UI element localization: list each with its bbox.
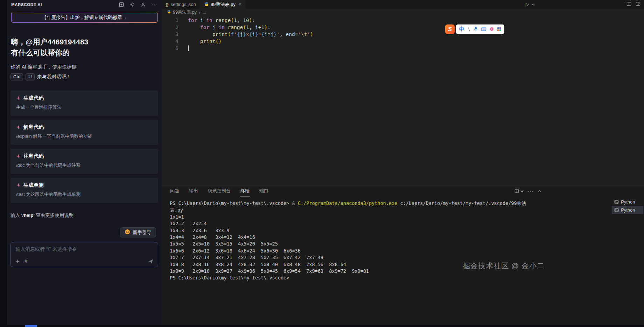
editor-tabbar: {} settings.json 99乘法表.py × xyxy=(162,0,644,9)
help-hint: 输入 '/help' 查看更多使用说明 xyxy=(10,212,158,219)
marscode-spark-icon xyxy=(16,154,21,158)
ime-chinese-mode-icon[interactable]: 中 xyxy=(459,26,464,33)
settings-gear-icon[interactable] xyxy=(130,2,135,7)
annual-report-banner[interactable]: 【年度报告】出炉，解锁专属代码徽章→ xyxy=(11,12,158,23)
ime-punctuation-icon[interactable]: ’, xyxy=(468,27,470,32)
ime-tools-icon[interactable] xyxy=(490,26,494,33)
line-number: 5 xyxy=(162,45,178,52)
breadcrumb-more[interactable]: ... xyxy=(202,10,206,15)
breadcrumb-file[interactable]: 99乘法表.py xyxy=(173,9,197,15)
terminal-line: 1x2=2 2x2=4 xyxy=(170,220,611,227)
tab-label: settings.json xyxy=(171,2,196,7)
shortcut-suffix: 来与我对话吧！ xyxy=(37,74,71,80)
tab-label: 99乘法表.py xyxy=(211,1,236,8)
panel-tab-debug-console[interactable]: 调试控制台 xyxy=(208,185,231,197)
u-keycap: U xyxy=(26,73,34,80)
terminal-line: 1x9=9 2x9=18 3x9=27 4x9=36 5x9=45 6x9=54… xyxy=(170,268,611,275)
line-number: 2 xyxy=(162,24,178,31)
vscode-window: MARSCODE AI · xyxy=(0,0,644,327)
chat-input-box[interactable]: 输入消息或者 “/” 来选择指令 # xyxy=(10,242,158,267)
activity-bar[interactable] xyxy=(0,0,7,325)
marscode-spark-icon xyxy=(16,96,21,100)
sogou-logo-icon[interactable]: S xyxy=(445,24,455,34)
quick-action-cards: 生成代码 生成一个冒泡排序算法 解释代码 /explain 解释一下当前选中函数… xyxy=(10,91,158,203)
marscode-sidebar: MARSCODE AI · xyxy=(7,0,162,325)
greeting-line1: 嗨，@用户4469194483 xyxy=(11,36,158,47)
panel-tab-problems[interactable]: 问题 xyxy=(170,185,179,197)
terminal-output[interactable]: PS C:\Users\Dario\my-test\my-test\.vscod… xyxy=(170,200,611,324)
card-desc: /doc 为当前选中的代码生成注释 xyxy=(16,162,153,169)
code-line[interactable]: 4 print() xyxy=(162,38,644,45)
terminal-list-item-selected[interactable]: Python xyxy=(612,206,643,214)
code-line[interactable]: 2 for j in range(1, i+1): xyxy=(162,24,644,31)
more-actions-icon[interactable]: ··· xyxy=(152,2,158,7)
line-number: 4 xyxy=(162,38,178,45)
keyboard-icon[interactable] xyxy=(481,26,486,33)
terminal-profile-chevron-icon[interactable] xyxy=(520,189,523,192)
guide-button-label: 新手引导 xyxy=(133,229,152,236)
tab-99-multiplication-py[interactable]: 99乘法表.py × xyxy=(200,0,245,9)
panel-actions: ··· xyxy=(514,185,541,197)
marscode-spark-icon xyxy=(16,183,21,187)
new-chat-icon[interactable] xyxy=(119,2,124,7)
panel-tab-terminal[interactable]: 终端 xyxy=(240,185,250,197)
card-desc: 生成一个冒泡排序算法 xyxy=(16,104,153,111)
sidebar-title: MARSCODE AI xyxy=(11,2,42,7)
breadcrumb[interactable]: 99乘法表.py › ... xyxy=(162,9,644,16)
terminal-line: 1x7=7 2x7=14 3x7=21 4x7=28 5x7=35 6x7=42… xyxy=(170,254,611,261)
terminal-line: 1x4=4 2x4=8 3x4=12 4x4=16 xyxy=(170,234,611,241)
account-icon[interactable] xyxy=(141,2,146,7)
close-tab-icon[interactable]: × xyxy=(239,2,241,7)
microphone-icon[interactable] xyxy=(474,26,478,33)
help-command: '/help' xyxy=(21,213,35,218)
card-generate-code[interactable]: 生成代码 生成一个冒泡排序算法 xyxy=(10,91,158,116)
bottom-strip xyxy=(0,325,644,327)
ime-menu-grid-icon[interactable] xyxy=(497,27,502,31)
bottom-panel: 问题 输出 调试控制台 终端 端口 ··· PS C:\Users\Dario\… xyxy=(162,185,644,325)
card-comment-code[interactable]: 注释代码 /doc 为当前选中的代码生成注释 xyxy=(10,149,158,174)
python-file-icon xyxy=(167,10,171,15)
beginner-guide-button[interactable]: 新手引导 xyxy=(120,227,156,237)
taskbar-fragment xyxy=(25,325,37,327)
card-explain-code[interactable]: 解释代码 /explain 解释一下当前选中函数的功能 xyxy=(10,120,158,145)
terminal-icon xyxy=(614,208,619,212)
terminal-label: Python xyxy=(621,199,635,205)
code-line[interactable]: 5 xyxy=(162,45,644,52)
code-line[interactable]: 3 print(f'{j}x{i}={i*j}', end='\t') xyxy=(162,31,644,38)
terminal-line: PS C:\Users\Dario\my-test\my-test\.vscod… xyxy=(170,275,611,281)
split-editor-icon[interactable] xyxy=(626,1,631,8)
terminal-line: 1x6=6 2x6=12 3x6=18 4x6=24 5x6=30 6x6=36 xyxy=(170,248,611,254)
terminal-icon xyxy=(614,200,619,204)
panel-tab-ports[interactable]: 端口 xyxy=(259,185,268,197)
greeting: 嗨，@用户4469194483 有什么可以帮你的 xyxy=(10,36,158,58)
terminal-list: Python Python xyxy=(612,198,643,214)
card-desc: /explain 解释一下当前选中函数的功能 xyxy=(16,133,153,140)
greeting-line2: 有什么可以帮你的 xyxy=(11,47,158,58)
terminal-list-item[interactable]: Python xyxy=(612,198,643,206)
ime-toolbar: S 中 ’, xyxy=(445,24,504,34)
marscode-logo-icon xyxy=(15,259,20,263)
tab-settings-json[interactable]: {} settings.json xyxy=(162,0,200,9)
card-generate-tests[interactable]: 生成单测 /test 为这段选中的函数生成单测 xyxy=(10,178,158,203)
split-terminal-icon[interactable] xyxy=(514,189,523,193)
code-area[interactable]: 1for i in range(1, 10):2 for j in range(… xyxy=(162,16,644,183)
customize-layout-icon[interactable] xyxy=(636,1,640,8)
annual-report-banner-text: 【年度报告】出炉，解锁专属代码徽章→ xyxy=(12,12,157,22)
text-cursor xyxy=(188,45,189,51)
code-line[interactable]: 1for i in range(1, 10): xyxy=(162,17,644,24)
panel-tabbar: 问题 输出 调试控制台 终端 端口 xyxy=(162,185,644,197)
chat-input-placeholder: 输入消息或者 “/” 来选择指令 xyxy=(15,246,153,253)
card-title: 解释代码 xyxy=(23,124,44,130)
assistant-hint: 你的 AI 编程助手，使用快捷键 xyxy=(10,64,158,70)
line-number: 1 xyxy=(162,17,178,24)
panel-tab-output[interactable]: 输出 xyxy=(189,185,198,197)
card-title: 生成代码 xyxy=(23,95,44,101)
send-message-icon[interactable] xyxy=(148,258,154,264)
context-hash-trigger[interactable]: # xyxy=(24,258,27,264)
maximize-panel-icon[interactable] xyxy=(538,190,541,193)
editor-area: {} settings.json 99乘法表.py × ▷ xyxy=(162,0,644,325)
hugging-face-emoji-icon xyxy=(125,229,130,236)
run-python-file-icon[interactable]: ▷ xyxy=(526,2,529,7)
card-title: 生成单测 xyxy=(23,182,44,189)
panel-more-actions-icon[interactable]: ··· xyxy=(528,189,534,194)
